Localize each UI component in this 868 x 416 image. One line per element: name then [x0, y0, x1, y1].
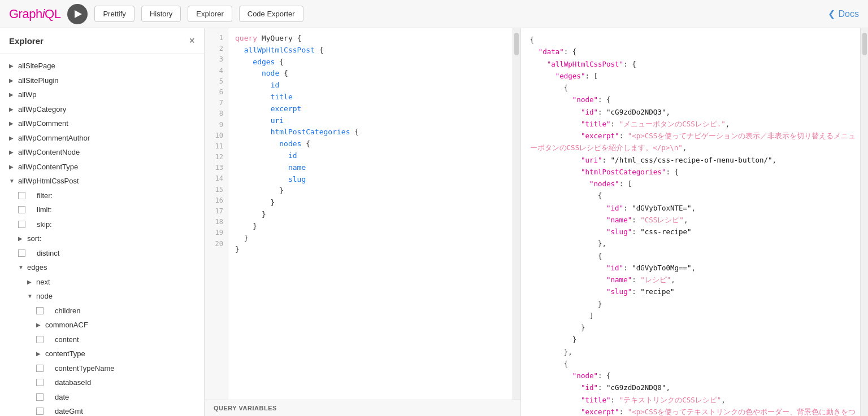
- line-number: 17: [205, 206, 228, 217]
- line-number: 9: [205, 120, 228, 130]
- sidebar-item[interactable]: allWpContentType: [0, 160, 204, 174]
- tree-checkbox[interactable]: [36, 379, 44, 386]
- arrow-closed-icon: [9, 76, 16, 85]
- main-content: Explorer × allSitePageallSitePluginallWp…: [0, 28, 868, 416]
- line-number: 20: [205, 239, 228, 249]
- sidebar-item[interactable]: content: [0, 332, 204, 347]
- sidebar-item-label: contentType: [45, 348, 85, 360]
- json-string-value: "<p>CSSを使ってテキストリンクの色やボーダー、背景色に動きをつけるアニメー…: [530, 408, 856, 416]
- line-number: 16: [205, 195, 228, 206]
- tree-checkbox[interactable]: [36, 393, 44, 401]
- result-scroll-thumb[interactable]: [862, 33, 867, 55]
- keyword-token: query: [235, 34, 257, 42]
- code-exporter-button[interactable]: Code Exporter: [239, 6, 303, 22]
- sidebar-item[interactable]: commonACF: [0, 318, 204, 332]
- json-key: "id": [606, 264, 623, 272]
- arrow-closed-icon: [9, 119, 16, 128]
- tree-checkbox[interactable]: [18, 249, 25, 257]
- sidebar-item-label: distinct: [37, 248, 59, 259]
- sidebar-item-label: commonACF: [45, 319, 88, 331]
- tree-checkbox[interactable]: [18, 192, 25, 199]
- field-token: id: [271, 81, 280, 89]
- sidebar-item[interactable]: allWpComment: [0, 116, 204, 131]
- tree-checkbox[interactable]: [18, 206, 25, 213]
- sidebar-title: Explorer: [9, 36, 44, 46]
- sidebar-item[interactable]: contentTypeName: [0, 361, 204, 376]
- result-scrollbar[interactable]: [860, 28, 868, 416]
- json-key: "name": [606, 275, 632, 284]
- play-button[interactable]: [67, 4, 88, 24]
- sidebar-item[interactable]: allWp: [0, 87, 204, 102]
- sidebar-item[interactable]: skip:: [0, 217, 204, 232]
- tree-checkbox[interactable]: [36, 307, 44, 314]
- sidebar-close-button[interactable]: ×: [189, 35, 195, 47]
- docs-button[interactable]: ❮ Docs: [828, 8, 859, 19]
- code-editor[interactable]: query MyQuery { allWpHtmlCssPost { edges…: [228, 28, 513, 400]
- json-string-value: "テキストリンクのCSSレシピ": [619, 396, 722, 404]
- field-token: allWpHtmlCssPost: [244, 46, 315, 54]
- sidebar-item[interactable]: sort:: [0, 231, 204, 246]
- query-editor[interactable]: 1234567891011121314151617181920 query My…: [205, 28, 520, 400]
- result-json: { "data": { "allWpHtmlCssPost": { "edges…: [530, 36, 856, 416]
- line-number: 13: [205, 163, 228, 173]
- line-number: 18: [205, 217, 228, 227]
- editor-scrollbar[interactable]: [513, 28, 520, 400]
- sidebar-item[interactable]: allSitePlugin: [0, 73, 204, 88]
- arrow-closed-icon: [36, 321, 43, 329]
- graphiql-logo: GraphiQL: [9, 7, 60, 21]
- line-number: 1: [205, 33, 228, 43]
- result-pane: { "data": { "allWpHtmlCssPost": { "edges…: [521, 28, 860, 416]
- sidebar-item-label: content: [55, 334, 79, 345]
- field-token: uri: [271, 116, 284, 125]
- sidebar-item[interactable]: allWpCategory: [0, 102, 204, 117]
- json-key: "node": [572, 95, 598, 104]
- json-key: "data": [539, 47, 564, 56]
- editor-area: 1234567891011121314151617181920 query My…: [205, 28, 521, 416]
- json-key: "name": [606, 216, 632, 224]
- history-button[interactable]: History: [141, 6, 181, 22]
- json-key: "htmlPostCategories": [581, 168, 666, 176]
- field-token: nodes: [279, 139, 301, 148]
- line-number: 11: [205, 141, 228, 152]
- sidebar-item[interactable]: databaseId: [0, 375, 204, 390]
- prettify-button[interactable]: Prettify: [94, 6, 134, 22]
- sidebar-item[interactable]: contentType: [0, 347, 204, 361]
- sidebar-item[interactable]: node: [0, 289, 204, 304]
- tree-checkbox[interactable]: [18, 221, 25, 228]
- sidebar-item[interactable]: children: [0, 304, 204, 318]
- arrow-closed-icon: [9, 105, 16, 113]
- line-number: 7: [205, 98, 228, 108]
- sidebar-item[interactable]: filter:: [0, 189, 204, 203]
- sidebar-item[interactable]: allWpContentNode: [0, 145, 204, 160]
- sidebar-item[interactable]: allWpCommentAuthor: [0, 131, 204, 146]
- scroll-thumb[interactable]: [514, 33, 519, 55]
- json-key: "edges": [555, 72, 585, 80]
- json-string-value: "CSSレシピ": [640, 216, 684, 224]
- sidebar-item[interactable]: allSitePage: [0, 59, 204, 73]
- json-key: "id": [581, 383, 598, 392]
- sidebar-item[interactable]: date: [0, 390, 204, 405]
- sidebar-header: Explorer ×: [0, 28, 204, 54]
- json-string-value: "cG9zdDo2NDQ3": [606, 108, 666, 116]
- json-key: "id": [606, 204, 623, 212]
- line-number: 4: [205, 65, 228, 76]
- sidebar-item[interactable]: next: [0, 275, 204, 290]
- sidebar-item[interactable]: limit:: [0, 203, 204, 217]
- tree-checkbox[interactable]: [36, 365, 44, 372]
- line-number: 10: [205, 130, 228, 141]
- sidebar-item-label: node: [36, 291, 53, 302]
- line-number: 6: [205, 87, 228, 98]
- json-key: "uri": [581, 156, 602, 164]
- tree-checkbox[interactable]: [36, 336, 44, 343]
- sidebar-item[interactable]: distinct: [0, 246, 204, 261]
- sidebar-item[interactable]: dateGmt: [0, 404, 204, 416]
- field-token: htmlPostCategories: [271, 128, 350, 136]
- explorer-button[interactable]: Explorer: [188, 6, 232, 22]
- json-key: "slug": [606, 287, 632, 296]
- query-variables-bar[interactable]: QUERY VARIABLES: [205, 400, 520, 416]
- sidebar-item[interactable]: allWpHtmlCssPost: [0, 174, 204, 189]
- arrow-open-icon: [27, 292, 34, 300]
- sidebar-item[interactable]: edges: [0, 260, 204, 275]
- tree-checkbox[interactable]: [36, 408, 44, 415]
- sidebar-tree[interactable]: allSitePageallSitePluginallWpallWpCatego…: [0, 54, 204, 416]
